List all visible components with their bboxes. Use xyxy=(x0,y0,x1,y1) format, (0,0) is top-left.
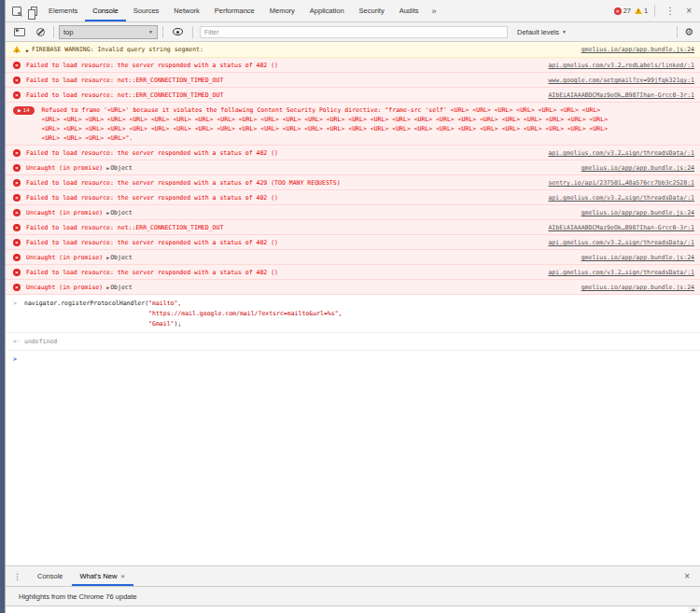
console-result[interactable]: <·undefined xyxy=(6,333,700,351)
object-preview[interactable]: ▶Object xyxy=(103,164,133,172)
error-circle-icon: × xyxy=(614,7,622,15)
code-segment xyxy=(24,310,148,317)
inspect-element-icon[interactable] xyxy=(12,7,21,16)
source-link[interactable]: AIbEiAIAAABDCMaz9eOk…B987Ihan-Grcc0-3r:1 xyxy=(548,223,694,232)
console-message-error[interactable]: ×Failed to load resource: net::ERR_CONNE… xyxy=(6,73,700,88)
console-message-error[interactable]: ×Failed to load resource: the server res… xyxy=(6,235,700,250)
source-link[interactable]: gmelius.io/app/app.bundle.js:24 xyxy=(581,45,694,54)
source-link[interactable]: gmelius.io/app/app.bundle.js:24 xyxy=(581,283,694,292)
console-message-error[interactable]: ×Failed to load resource: the server res… xyxy=(6,190,700,205)
error-count-badge[interactable]: × 27 xyxy=(614,7,631,15)
console-message-error[interactable]: ×Failed to load resource: the server res… xyxy=(6,265,700,280)
close-devtools-icon[interactable]: × xyxy=(682,6,695,16)
drawer-tab-console[interactable]: Console xyxy=(29,566,72,586)
tab-security[interactable]: Security xyxy=(352,0,392,21)
source-link[interactable]: www.google.com/setgmail?zx=99jfqk321qy:1 xyxy=(548,76,694,85)
expand-caret-icon[interactable]: ▶ xyxy=(106,285,109,290)
message-text: Failed to load resource: net::ERR_CONNEC… xyxy=(26,76,537,85)
console-prompt[interactable]: > xyxy=(6,351,700,368)
source-link[interactable]: sentry.io/api/237501…48a576cc7bb3c2528:1 xyxy=(548,178,694,188)
result-arrow-icon: <· xyxy=(13,337,24,347)
tab-memory[interactable]: Memory xyxy=(262,0,302,21)
drawer-menu-icon[interactable]: ⋮ xyxy=(6,566,29,586)
whats-new-heading-text: Highlights from the Chrome 76 update xyxy=(19,592,137,601)
tab-performance[interactable]: Performance xyxy=(207,0,262,21)
object-preview[interactable]: ▶Object xyxy=(103,209,133,216)
message-text: Failed to load resource: the server resp… xyxy=(26,148,537,158)
tabbar-right: × 27 1 ⋮ × xyxy=(614,0,700,21)
settings-gear-icon[interactable]: ⚙ xyxy=(682,26,695,38)
message-text: Failed to load resource: the server resp… xyxy=(26,61,537,70)
tab-console[interactable]: Console xyxy=(85,0,126,21)
expand-caret-icon[interactable]: ▶ xyxy=(106,255,109,260)
main-tabbar: ElementsConsoleSourcesNetworkPerformance… xyxy=(6,0,700,22)
console-message-error[interactable]: ×Failed to load resource: the server res… xyxy=(6,175,700,190)
message-text: Uncaught (in promise)▶Object xyxy=(26,208,570,217)
tab-network[interactable]: Network xyxy=(166,0,207,21)
log-levels-dropdown[interactable]: Default levels ▼ xyxy=(513,28,570,36)
console-message-uncaught[interactable]: ×Uncaught (in promise)▶Objectgmelius.io/… xyxy=(6,280,700,295)
devtools-panel: ElementsConsoleSourcesNetworkPerformance… xyxy=(5,0,700,613)
drawer-tab-whats-new[interactable]: What's New × xyxy=(72,566,133,586)
warning-count-badge[interactable]: 1 xyxy=(635,7,648,15)
warning-triangle-icon xyxy=(635,7,642,14)
error-icon: × xyxy=(13,91,21,99)
console-sidebar-icon[interactable] xyxy=(14,28,25,36)
close-tab-icon[interactable]: × xyxy=(120,572,125,580)
console-message-csp-violation[interactable]: ▶14Refused to frame '<URL>' because it v… xyxy=(6,103,700,146)
context-selector[interactable]: top ▼ xyxy=(59,25,158,39)
clear-console-icon[interactable] xyxy=(36,28,45,36)
error-icon: × xyxy=(13,164,21,172)
object-label: Object xyxy=(110,209,132,216)
source-link[interactable]: api.gmelius.com/v3.2…redLabels/linked/:1 xyxy=(548,61,694,70)
tab-elements[interactable]: Elements xyxy=(41,0,85,21)
error-icon: × xyxy=(13,224,21,231)
devtools-menu-icon[interactable]: ⋮ xyxy=(662,6,679,16)
expand-caret-icon[interactable]: ▶ xyxy=(106,165,109,171)
more-tabs-icon[interactable]: » xyxy=(427,0,442,21)
console-command-echo[interactable]: >navigator.registerProtocolHandler("mail… xyxy=(6,295,700,333)
console-message-error[interactable]: ×Failed to load resource: the server res… xyxy=(6,58,700,73)
console-message-warning[interactable]: ▶FIREBASE WARNING: Invalid query string … xyxy=(6,42,700,58)
device-toolbar-icon[interactable] xyxy=(31,7,37,16)
source-link[interactable]: gmelius.io/app/app.bundle.js:24 xyxy=(581,208,694,217)
console-message-error[interactable]: ×Failed to load resource: net::ERR_CONNE… xyxy=(6,220,700,235)
divider xyxy=(654,5,655,17)
close-drawer-icon[interactable]: × xyxy=(680,571,693,581)
expand-caret-icon[interactable]: ▶ xyxy=(26,46,29,55)
tab-application[interactable]: Application xyxy=(302,0,352,21)
source-link[interactable]: gmelius.io/app/app.bundle.js:24 xyxy=(581,163,694,173)
message-text: Failed to load resource: the server resp… xyxy=(26,238,537,247)
tab-audits[interactable]: Audits xyxy=(392,0,427,21)
console-message-error[interactable]: ×Failed to load resource: net::ERR_CONNE… xyxy=(6,88,700,103)
command-code: navigator.registerProtocolHandler("mailt… xyxy=(24,299,342,329)
source-link[interactable]: AIbEiAIAAABDCMaz9eOk…B987Ihan-Grcc0-3r:1 xyxy=(548,91,694,100)
console-message-uncaught[interactable]: ×Uncaught (in promise)▶Objectgmelius.io/… xyxy=(6,160,700,175)
object-preview[interactable]: ▶Object xyxy=(103,254,133,261)
scrollbar-up-arrow[interactable] xyxy=(689,606,698,613)
console-message-uncaught[interactable]: ×Uncaught (in promise)▶Objectgmelius.io/… xyxy=(6,205,700,220)
divider xyxy=(192,26,193,38)
code-segment: "mailto", xyxy=(148,300,181,307)
command-chevron-icon: > xyxy=(13,299,24,329)
source-link[interactable]: api.gmelius.com/v3.2…sign/threadsData/:1 xyxy=(548,268,694,277)
object-label: Object xyxy=(110,284,132,291)
filter-input[interactable] xyxy=(200,26,508,38)
error-icon: × xyxy=(13,149,21,157)
console-message-uncaught[interactable]: ×Uncaught (in promise)▶Objectgmelius.io/… xyxy=(6,250,700,265)
drawer-tabbar: ⋮ Console What's New × × xyxy=(6,566,700,587)
message-text: Refused to frame '<URL>' because it viol… xyxy=(42,105,615,143)
tab-sources[interactable]: Sources xyxy=(126,0,167,21)
source-link[interactable]: api.gmelius.com/v3.2…sign/threadsData/:1 xyxy=(548,193,694,202)
live-expression-eye-icon[interactable] xyxy=(173,28,183,35)
expand-caret-icon[interactable]: ▶ xyxy=(106,210,109,216)
repeat-count-badge[interactable]: ▶14 xyxy=(13,106,35,115)
console-empty-space[interactable] xyxy=(6,368,700,565)
divider xyxy=(53,26,54,38)
source-link[interactable]: gmelius.io/app/app.bundle.js:24 xyxy=(581,253,694,262)
console-message-error[interactable]: ×Failed to load resource: the server res… xyxy=(6,146,700,160)
warning-icon xyxy=(13,46,21,52)
object-preview[interactable]: ▶Object xyxy=(103,284,133,291)
source-link[interactable]: api.gmelius.com/v3.2…sign/threadsData/:1 xyxy=(548,148,694,158)
source-link[interactable]: api.gmelius.com/v3.2…sign/threadsData/:1 xyxy=(548,238,694,247)
